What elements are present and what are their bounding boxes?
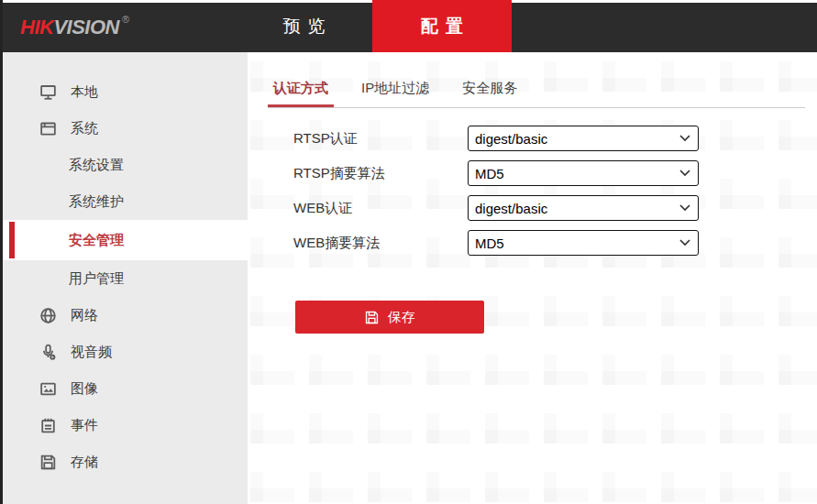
sidebar-item-image[interactable]: 图像 xyxy=(3,370,248,407)
web-digest-select[interactable]: MD5 xyxy=(468,230,699,256)
system-window-icon xyxy=(39,119,58,138)
sidebar-item-system[interactable]: 系统 xyxy=(3,110,248,147)
sidebar-item-system-maintenance[interactable]: 系统维护 xyxy=(3,183,248,220)
sidebar-item-user-management[interactable]: 用户管理 xyxy=(3,260,248,297)
image-icon xyxy=(39,379,58,399)
rtsp-digest-select[interactable]: MD5 xyxy=(468,160,699,186)
sidebar-item-label: 事件 xyxy=(71,417,98,434)
save-button[interactable]: 保存 xyxy=(295,301,484,334)
sidebar-item-label: 系统设置 xyxy=(69,157,124,174)
rtsp-auth-label: RTSP认证 xyxy=(293,130,468,148)
tab-ip-address-filter[interactable]: IP地址过滤 xyxy=(356,72,435,107)
form-row-web-auth: WEB认证 digest/basic xyxy=(293,195,699,221)
rtsp-auth-select[interactable]: digest/basic xyxy=(468,126,699,151)
registered-trademark-symbol: ® xyxy=(122,14,129,25)
sidebar-item-label: 用户管理 xyxy=(69,270,124,288)
storage-floppy-icon xyxy=(39,453,58,472)
form-row-rtsp-auth: RTSP认证 digest/basic xyxy=(293,126,699,151)
authentication-form: RTSP认证 digest/basic RTSP摘要算法 MD5 xyxy=(293,126,699,265)
sidebar-item-label: 网络 xyxy=(71,307,98,324)
web-auth-select[interactable]: digest/basic xyxy=(468,195,699,221)
save-floppy-icon xyxy=(364,310,380,325)
globe-icon xyxy=(39,306,58,325)
top-header-bar: HIKVISION® 预览 配置 xyxy=(0,0,817,52)
sidebar-item-label: 视音频 xyxy=(71,344,112,361)
web-digest-label: WEB摘要算法 xyxy=(293,235,468,252)
sidebar-item-label: 安全管理 xyxy=(69,232,124,249)
sidebar-item-label: 系统 xyxy=(71,120,98,137)
sidebar-item-security-management[interactable]: 安全管理 xyxy=(3,220,248,260)
tab-security-service[interactable]: 安全服务 xyxy=(457,72,523,107)
rtsp-digest-label: RTSP摘要算法 xyxy=(293,165,468,182)
sidebar: 本地 系统 系统设置 系统维护 安全管理 用户管理 网络 xyxy=(3,52,248,504)
hikvision-logo: HIKVISION® xyxy=(20,3,129,52)
content-tab-bar: 认证方式 IP地址过滤 安全服务 xyxy=(268,72,805,108)
sidebar-item-storage[interactable]: 存储 xyxy=(3,444,248,480)
sidebar-item-label: 图像 xyxy=(71,380,98,398)
background-watermark-layer xyxy=(248,52,817,504)
sidebar-item-network[interactable]: 网络 xyxy=(3,297,248,334)
sidebar-item-label: 存储 xyxy=(71,454,98,471)
sidebar-item-event[interactable]: 事件 xyxy=(3,407,248,444)
hikvision-config-page: HIKVISION® 预览 配置 本地 系统 系统设置 系统维护 安全管理 xyxy=(0,0,817,504)
event-notepad-icon xyxy=(39,416,58,435)
tab-authentication-method[interactable]: 认证方式 xyxy=(268,72,334,107)
nav-tab-preview[interactable]: 预览 xyxy=(242,0,366,52)
sidebar-item-label: 系统维护 xyxy=(69,193,124,211)
save-button-label: 保存 xyxy=(388,309,415,326)
monitor-icon xyxy=(39,82,58,102)
logo-text-vision: VISION xyxy=(53,16,119,39)
main-content: 认证方式 IP地址过滤 安全服务 RTSP认证 digest/basic RTS… xyxy=(248,52,817,504)
sidebar-item-video-audio[interactable]: 视音频 xyxy=(3,334,248,370)
microphone-icon xyxy=(39,343,58,362)
web-auth-label: WEB认证 xyxy=(293,200,468,217)
sidebar-item-label: 本地 xyxy=(71,83,98,101)
form-row-rtsp-digest: RTSP摘要算法 MD5 xyxy=(293,160,699,186)
form-row-web-digest: WEB摘要算法 MD5 xyxy=(293,230,699,256)
window-left-edge xyxy=(0,0,3,504)
sidebar-item-local[interactable]: 本地 xyxy=(3,73,248,110)
nav-tab-configuration[interactable]: 配置 xyxy=(372,0,512,52)
sidebar-item-system-settings[interactable]: 系统设置 xyxy=(3,147,248,183)
logo-text-hik: HIK xyxy=(20,16,53,39)
